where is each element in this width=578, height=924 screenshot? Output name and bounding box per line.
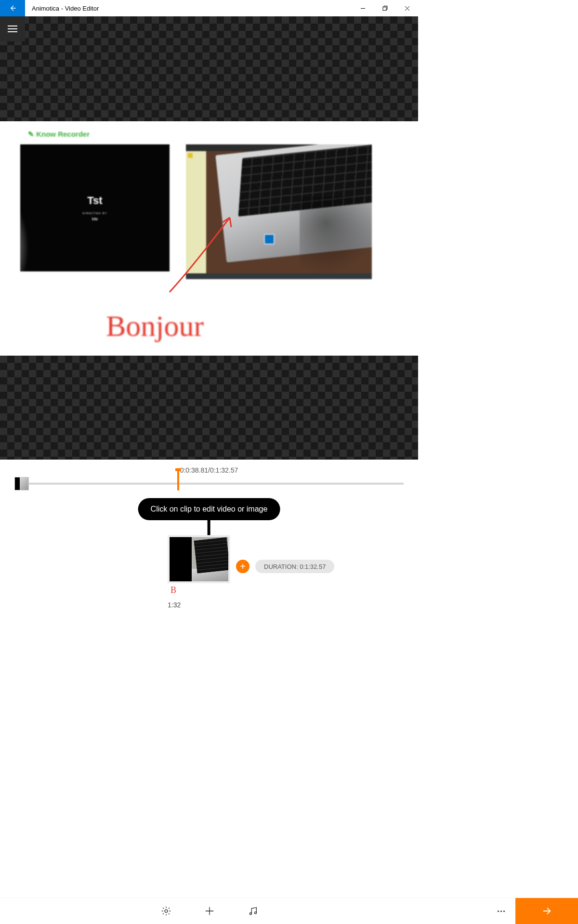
video-frame: Know Recorder Tst DIRECTED BY Me B — [0, 121, 418, 356]
clip-thumbnail[interactable]: B — [168, 535, 230, 598]
window-title: Animotica - Video Editor — [25, 0, 99, 16]
close-icon — [405, 6, 410, 11]
duration-pill: DURATION: 0:1:32.57 — [255, 560, 334, 573]
slate-title: Tst — [87, 194, 102, 207]
clip-duration-label: 1:32 — [168, 601, 181, 609]
arrow-left-icon — [9, 4, 16, 12]
time-readout: 0:0:38.81 / 0:1:32.57 — [0, 460, 418, 474]
add-clip-button[interactable]: + — [236, 560, 250, 573]
recorder-logo: Know Recorder — [28, 130, 90, 139]
seek-playhead[interactable] — [177, 468, 179, 490]
seek-slider[interactable] — [0, 474, 418, 498]
title-spacer — [99, 0, 352, 16]
red-arrow-annotation — [165, 208, 247, 295]
plus-icon: + — [240, 562, 246, 571]
title-slate: Tst DIRECTED BY Me — [20, 144, 170, 271]
minimize-button[interactable] — [352, 0, 374, 16]
clip-scribble: B — [168, 583, 230, 598]
slate-author: Me — [92, 217, 98, 221]
close-button[interactable] — [396, 0, 418, 16]
back-button[interactable] — [0, 0, 25, 16]
svg-rect-0 — [383, 7, 386, 10]
handwriting-text: Bonjour — [106, 309, 204, 343]
total-time: 0:1:32.57 — [210, 466, 238, 474]
maximize-icon — [382, 6, 388, 11]
seek-start-thumbnail[interactable] — [14, 477, 29, 490]
current-time: 0:0:38.81 — [180, 466, 208, 474]
title-bar: Animotica - Video Editor — [0, 0, 418, 16]
clip-area: Click on clip to edit video or image B 1… — [0, 498, 418, 652]
seek-track — [14, 483, 404, 485]
slate-subtitle: DIRECTED BY — [82, 212, 107, 215]
menu-button[interactable] — [0, 16, 25, 41]
video-preview[interactable]: Know Recorder Tst DIRECTED BY Me B — [0, 16, 418, 460]
minimize-icon — [360, 6, 366, 11]
hint-tooltip: Click on clip to edit video or image — [138, 498, 280, 520]
maximize-button[interactable] — [374, 0, 396, 16]
hamburger-icon — [8, 28, 17, 29]
window-controls — [352, 0, 418, 16]
